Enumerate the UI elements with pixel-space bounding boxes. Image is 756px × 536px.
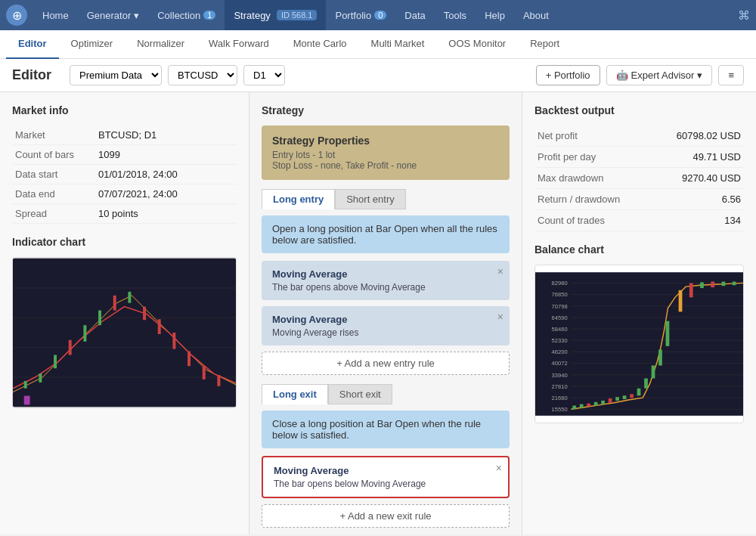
svg-rect-12 (128, 292, 131, 303)
entry-rule-1[interactable]: Moving Average The bar opens above Movin… (262, 261, 510, 300)
add-entry-rule-button[interactable]: + Add a new entry rule (262, 352, 510, 375)
nav-home[interactable]: Home (33, 0, 78, 30)
backtest-row: Count of trades134 (534, 210, 744, 231)
svg-rect-63 (722, 282, 726, 287)
tab-report[interactable]: Report (518, 30, 572, 59)
center-panel: Strategy Strategy Properties Entry lots … (249, 92, 522, 534)
market-info-row: Data start01/01/2018, 24:00 (12, 165, 237, 184)
svg-rect-19 (24, 396, 30, 405)
svg-rect-60 (689, 283, 693, 297)
entry-rule-1-close[interactable]: × (497, 265, 503, 277)
svg-rect-14 (158, 319, 161, 334)
svg-rect-54 (637, 389, 641, 395)
backtest-row: Profit per day49.71 USD (534, 147, 744, 168)
long-entry-description: Open a long position at Bar Open when al… (262, 215, 510, 253)
nav-generator[interactable]: Generator ▾ (78, 0, 149, 30)
entry-rule-2[interactable]: Moving Average Moving Average rises × (262, 306, 510, 345)
exit-rule-1-close[interactable]: × (496, 462, 502, 474)
tab-normalizer[interactable]: Normalizer (125, 30, 197, 59)
symbol-select[interactable]: BTCUSD (168, 65, 237, 85)
entry-rule-2-title: Moving Average (272, 314, 499, 325)
entry-rule-1-desc: The bar opens above Moving Average (272, 282, 499, 293)
backtest-label: Profit per day (534, 147, 651, 168)
main-content: Market info MarketBTCUSD; D1Count of bar… (0, 92, 756, 534)
add-exit-rule-button[interactable]: + Add a new exit rule (262, 504, 510, 528)
svg-rect-0 (13, 259, 236, 407)
svg-rect-58 (666, 321, 670, 346)
nav-tools[interactable]: Tools (435, 0, 476, 30)
timeframe-select[interactable]: D1 (243, 65, 285, 85)
long-exit-tab[interactable]: Long exit (262, 384, 328, 404)
tab-multimarket[interactable]: Multi Market (359, 30, 437, 59)
data-source-select[interactable]: Premium Data (70, 65, 162, 85)
svg-rect-10 (98, 311, 101, 326)
toolbar: Editor Premium Data BTCUSD D1 + Portfoli… (0, 59, 756, 92)
nav-about[interactable]: About (514, 0, 558, 30)
svg-text:52330: 52330 (552, 337, 568, 344)
svg-rect-17 (203, 366, 206, 380)
tab-optimizer[interactable]: Optimizer (59, 30, 125, 59)
nav-strategy[interactable]: Strategy ID 568.1 (225, 0, 326, 30)
nav-collection[interactable]: Collection 1 (148, 0, 225, 30)
svg-rect-18 (217, 375, 220, 386)
backtest-row: Net profit60798.02 USD (534, 125, 744, 147)
market-info-row: MarketBTCUSD; D1 (12, 125, 237, 145)
nav-portfolio[interactable]: Portfolio 0 (326, 0, 395, 30)
balance-chart-area: Balance chart (534, 243, 744, 423)
svg-rect-6 (39, 373, 42, 383)
nav-portfolio-label: Portfolio (335, 10, 371, 21)
backtest-row: Max drawdown9270.40 USD (534, 168, 744, 189)
short-exit-tab[interactable]: Short exit (328, 384, 392, 404)
svg-text:82980: 82980 (552, 280, 568, 287)
tab-oosmonitor[interactable]: OOS Monitor (436, 30, 518, 59)
backtest-label: Count of trades (534, 210, 651, 231)
svg-rect-15 (172, 333, 175, 349)
market-info-value: 01/01/2018, 24:00 (95, 165, 237, 184)
nav-help[interactable]: Help (476, 0, 514, 30)
backtest-value: 6.56 (651, 189, 744, 210)
svg-rect-48 (594, 402, 598, 406)
sub-nav: Editor Optimizer Normalizer Walk Forward… (0, 30, 756, 59)
strategy-properties-title: Strategy Properties (272, 135, 499, 147)
backtest-row: Return / drawdown6.56 (534, 189, 744, 210)
exit-rule-1-desc: The bar opens below Moving Average (274, 479, 497, 489)
market-info-value: 07/07/2021, 24:00 (95, 184, 237, 204)
expert-advisor-button[interactable]: 🤖 Expert Advisor ▾ (606, 65, 713, 85)
menu-button[interactable]: ≡ (718, 65, 744, 85)
portfolio-button[interactable]: + Portfolio (536, 65, 600, 85)
indicator-chart-title: Indicator chart (12, 236, 237, 248)
svg-text:76850: 76850 (552, 291, 568, 298)
entry-rule-2-close[interactable]: × (497, 311, 503, 323)
market-info-label: Data start (12, 165, 95, 184)
exit-rule-1[interactable]: Moving Average The bar opens below Movin… (262, 456, 510, 498)
tab-editor[interactable]: Editor (6, 30, 59, 59)
svg-rect-52 (623, 395, 627, 399)
backtest-label: Return / drawdown (534, 189, 651, 210)
svg-rect-55 (644, 379, 648, 389)
tab-montecarlo[interactable]: Monte Carlo (281, 30, 359, 59)
strategy-properties-card[interactable]: Strategy Properties Entry lots - 1 lot S… (262, 125, 510, 180)
market-info-row: Data end07/07/2021, 24:00 (12, 184, 237, 204)
market-info-value: 10 points (95, 204, 237, 224)
nav-data[interactable]: Data (395, 0, 434, 30)
tab-walkforward[interactable]: Walk Forward (197, 30, 281, 59)
page-title: Editor (12, 67, 51, 83)
svg-text:15550: 15550 (552, 406, 568, 413)
svg-text:58460: 58460 (552, 326, 568, 333)
long-entry-tab[interactable]: Long entry (262, 189, 335, 209)
market-info-value: BTCUSD; D1 (95, 125, 237, 145)
entry-rule-2-desc: Moving Average rises (272, 327, 499, 338)
top-nav: ⊕ Home Generator ▾ Collection 1 Strategy… (0, 0, 756, 30)
balance-chart-title: Balance chart (534, 243, 744, 256)
market-info-label: Count of bars (12, 145, 95, 165)
nav-collection-label: Collection (157, 10, 200, 21)
backtest-table: Net profit60798.02 USDProfit per day49.7… (534, 125, 744, 231)
svg-rect-8 (69, 340, 72, 355)
market-info-label: Market (12, 125, 95, 145)
market-info-table: MarketBTCUSD; D1Count of bars1099Data st… (12, 125, 237, 224)
backtest-output-title: Backtest output (534, 104, 744, 116)
short-entry-tab[interactable]: Short entry (335, 189, 406, 209)
nav-generator-label: Generator (87, 10, 132, 21)
svg-rect-45 (572, 406, 576, 410)
portfolio-badge: 0 (374, 11, 386, 20)
